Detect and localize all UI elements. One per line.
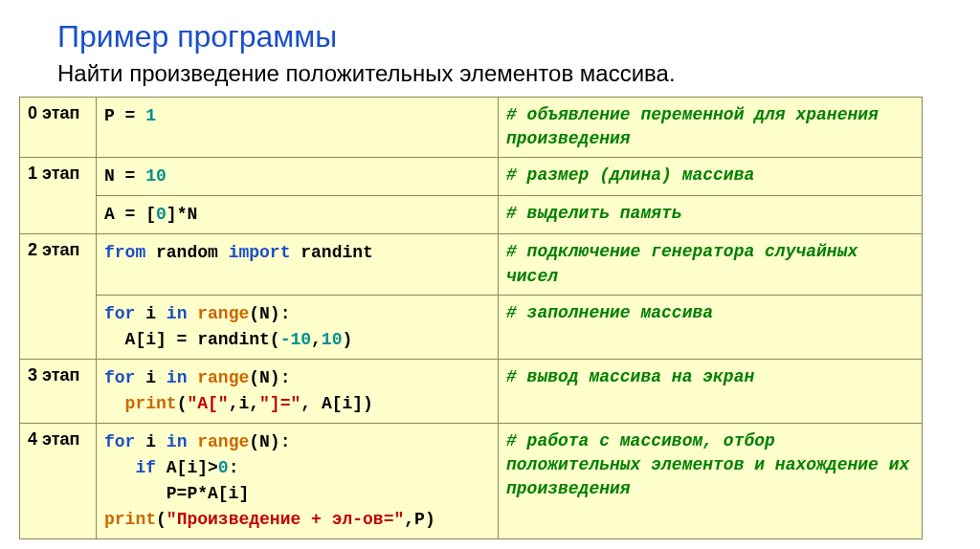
code-line: for i in range(N): [104,301,490,327]
code-line: from random import randint [104,240,490,266]
program-table: 0 этапP = 1# объявление переменной для х… [19,97,923,539]
table-row: 2 этапfrom random import randint# подклю… [20,234,923,295]
code-line: A = [0]*N [104,202,490,228]
code-cell: A = [0]*N [97,196,499,234]
code-line: A[i] = randint(-10,10) [104,327,490,353]
comment-cell: # заполнение массива [499,295,923,359]
subtitle: Найти произведение положительных элемент… [19,60,961,87]
code-line: print("A[",i,"]=", A[i]) [104,391,490,417]
table-row: A = [0]*N# выделить память [20,196,923,234]
code-line: N = 10 [104,164,490,189]
code-line: P = 1 [104,103,490,129]
code-line: P=P*A[i] [104,481,490,507]
stage-label: 4 этап [20,423,97,538]
code-cell: for i in range(N): A[i] = randint(-10,10… [97,295,499,359]
code-line: print("Произведение + эл-ов=",P) [104,507,490,533]
table-row: 1 этапN = 10# размер (длина) массива [20,158,923,196]
code-line: for i in range(N): [104,365,490,391]
code-cell: P = 1 [97,98,499,158]
comment-cell: # объявление переменной для хранения про… [499,98,923,158]
stage-label: 3 этап [20,359,97,423]
code-cell: for i in range(N): if A[i]>0: P=P*A[i]pr… [97,423,499,538]
stage-label: 2 этап [20,234,97,359]
code-line: if A[i]>0: [104,455,490,481]
table-row: 3 этапfor i in range(N): print("A[",i,"]… [20,359,923,423]
table-row: 4 этапfor i in range(N): if A[i]>0: P=P*… [20,423,923,538]
comment-cell: # выделить память [499,196,923,234]
code-cell: N = 10 [97,158,499,196]
comment-cell: # подключение генератора случайных чисел [499,234,923,295]
stage-label: 0 этап [20,98,97,158]
code-cell: for i in range(N): print("A[",i,"]=", A[… [97,359,499,423]
comment-cell: # размер (длина) массива [499,158,923,196]
stage-label: 1 этап [20,158,97,234]
comment-cell: # работа с массивом, отбор положительных… [499,423,923,538]
code-cell: from random import randint [97,234,499,295]
page-title: Пример программы [57,19,961,55]
code-line: for i in range(N): [104,429,490,455]
table-row: 0 этапP = 1# объявление переменной для х… [20,98,923,158]
table-row: for i in range(N): A[i] = randint(-10,10… [20,295,923,359]
comment-cell: # вывод массива на экран [499,359,923,423]
